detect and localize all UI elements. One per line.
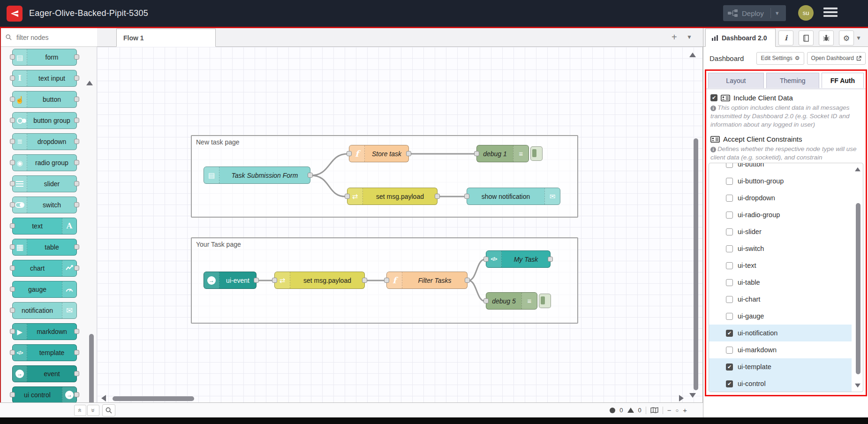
tab-dashboard-2[interactable]: Dashboard 2.0 [705,29,776,47]
output-port[interactable] [74,181,79,186]
palette-scroll-up-icon[interactable] [86,81,93,85]
tab-theming[interactable]: Theming [766,73,819,88]
info-sidebar-button[interactable]: i [778,30,793,45]
input-port[interactable] [10,223,15,228]
palette-node-template[interactable]: </>template [12,344,77,361]
canvas-scroll-right-icon[interactable] [679,395,684,401]
output-port[interactable] [435,194,440,199]
palette-node-markdown[interactable]: ▶markdown [12,323,77,340]
palette-node-event[interactable]: →event [12,365,77,382]
flow-node-ui-event[interactable]: → ui-event [204,272,257,289]
ui-markdown-checkbox[interactable] [726,347,733,354]
debug-bug-button[interactable] [819,30,834,45]
node-type-row-ui-text[interactable]: ui-text [709,257,852,274]
node-type-row-ui-slider[interactable]: ui-slider [709,223,852,240]
canvas-vertical-scrollbar[interactable] [694,138,698,390]
output-port[interactable] [254,278,259,283]
input-port[interactable] [10,76,15,81]
input-port[interactable] [10,287,15,292]
input-port[interactable] [474,151,479,156]
output-port[interactable] [362,278,367,283]
input-port[interactable] [10,118,15,123]
help-book-button[interactable] [799,30,814,45]
output-port[interactable] [74,244,79,250]
palette-node-ui-control[interactable]: →ui control [12,386,77,402]
output-port[interactable] [548,257,553,262]
flow-node-set-msg-payload-1[interactable]: ⇄ set msg.payload [347,188,438,205]
palette-node-button-group[interactable]: button group [12,112,77,129]
node-type-row-ui-table[interactable]: ui-table [709,274,852,291]
canvas-scroll-up-icon[interactable] [689,53,696,57]
list-scrollbar[interactable] [856,203,860,374]
input-port[interactable] [10,202,15,207]
debug-toggle-button[interactable] [530,146,543,161]
deploy-caret-icon[interactable]: ▼ [775,10,780,16]
input-port[interactable] [347,151,352,156]
node-type-row-ui-button[interactable]: ui-button [709,163,852,173]
palette-node-form[interactable]: ▤form [12,49,77,66]
flow-node-set-msg-payload-2[interactable]: ⇄ set msg.payload [274,272,365,289]
zoom-out-button[interactable]: − [667,406,672,414]
flow-node-debug-1[interactable]: ≡ debug 1 [476,145,529,162]
include-client-data-checkbox[interactable]: ✔ [710,94,717,101]
ui-gauge-checkbox[interactable] [726,313,733,320]
input-port[interactable] [345,194,350,199]
tab-ff-auth[interactable]: FF Auth [822,73,864,88]
ui-table-checkbox[interactable] [726,279,733,286]
ui-radio-group-checkbox[interactable] [726,212,733,219]
filter-nodes-input[interactable] [15,33,88,42]
node-type-row-ui-button-group[interactable]: ui-button-group [709,173,852,189]
debug-toggle-button[interactable] [539,294,551,308]
list-scroll-down-icon[interactable] [855,384,860,388]
canvas-scroll-down-icon[interactable] [689,393,696,398]
ui-text-checkbox[interactable] [726,262,733,269]
zoom-in-button[interactable]: + [683,406,687,414]
palette-node-dropdown[interactable]: ≡dropdown [12,133,77,150]
node-type-row-ui-chart[interactable]: ui-chart [709,291,852,308]
input-port[interactable] [272,278,277,283]
palette-node-notification[interactable]: ✉notification [12,302,77,319]
output-port[interactable] [74,329,79,334]
palette-node-chart[interactable]: chart [12,260,77,277]
input-port[interactable] [10,181,15,186]
node-type-row-ui-template[interactable]: ✔ui-template [709,358,852,375]
ui-slider-checkbox[interactable] [726,228,733,235]
edit-settings-button[interactable]: Edit Settings ⚙ [756,52,804,65]
output-port[interactable] [74,160,79,165]
input-port[interactable] [483,257,489,262]
palette-node-button[interactable]: ☝button [12,91,77,108]
open-dashboard-button[interactable]: Open Dashboard [807,52,866,65]
palette-node-radio-group[interactable]: ◉radio group [12,154,77,171]
input-port[interactable] [483,298,489,303]
palette-node-switch[interactable]: switch [12,197,77,213]
palette-node-text-input[interactable]: Itext input [12,70,77,87]
palette-filter[interactable] [0,28,97,47]
flow-node-task-submission-form[interactable]: ▤ Task Submission Form [204,167,310,184]
canvas-horizontal-scrollbar[interactable] [113,396,194,401]
flow-canvas[interactable]: New task page Your Task page [97,47,703,402]
zoom-reset-button[interactable]: ○ [676,408,679,413]
output-port[interactable] [74,97,79,102]
output-port[interactable] [308,173,313,178]
palette-node-slider[interactable]: slider [12,175,77,192]
ui-button-checkbox[interactable] [726,163,733,168]
palette-collapse-button[interactable]: « [74,405,86,416]
output-port[interactable] [465,278,470,283]
output-port[interactable] [74,392,79,397]
input-port[interactable] [10,244,15,250]
input-port[interactable] [10,160,15,165]
output-port[interactable] [74,371,79,376]
canvas-search-button[interactable] [102,404,115,416]
node-type-row-ui-markdown[interactable]: ui-markdown [709,341,852,358]
input-port[interactable] [10,308,15,313]
node-type-row-ui-dropdown[interactable]: ui-dropdown [709,189,852,206]
flow-node-my-task[interactable]: </> My Task [486,250,551,268]
deploy-button[interactable]: Deploy ▼ [723,5,786,21]
node-type-row-ui-gauge[interactable]: ui-gauge [709,308,852,325]
ui-dropdown-checkbox[interactable] [726,195,733,202]
settings-gear-button[interactable]: ⚙ [839,30,854,45]
input-port[interactable] [10,139,15,144]
output-port[interactable] [74,265,79,271]
input-port[interactable] [10,392,15,397]
ui-template-checkbox[interactable]: ✔ [726,363,733,371]
